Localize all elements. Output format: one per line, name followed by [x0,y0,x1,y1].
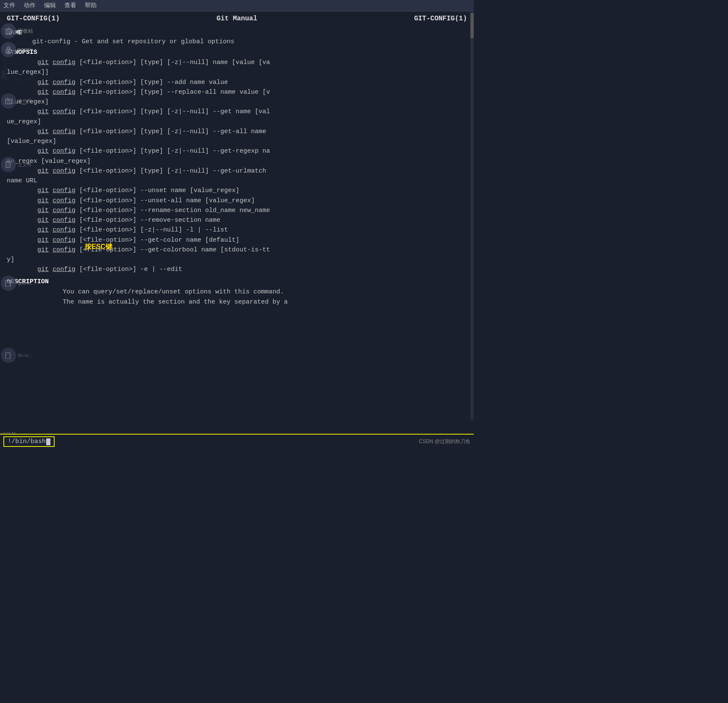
gtfo-item1: gtfo-m... [1,276,35,291]
passwd-label: passw... [18,47,36,53]
menu-file[interactable]: 文件 [3,2,15,9]
menu-help[interactable]: 帮助 [85,2,97,9]
svg-rect-0 [6,29,11,34]
bottom-bar: !/bin/bash [0,434,474,449]
menu-view[interactable]: 查看 [64,2,76,9]
svg-rect-5 [6,99,11,104]
svg-point-4 [8,51,9,52]
side-icon2 [1,348,16,363]
header-left: GIT-CONFIG(1) [7,15,60,22]
menu-action[interactable]: 动作 [24,2,36,9]
menu-edit[interactable]: 编辑 [44,2,56,9]
menu-bar: 文件 动作 编辑 查看 帮助 [0,0,474,11]
cursor [46,438,50,445]
mainfile-icon [1,157,16,172]
mainfile-item: 主文件 [1,157,32,172]
command-input-box[interactable]: !/bin/bash [3,436,55,447]
csdn-watermark: CSDN @过期的秋刀鱼 [419,438,470,445]
esc-hint-label: 按ESC键 [85,243,112,251]
header-center: Git Manual [217,15,257,22]
gtfo-icon1 [1,276,16,291]
man-page-header: GIT-CONFIG(1) Git Manual GIT-CONFIG(1) [0,11,474,26]
synopsis-content: git config [<file-option>] [type] [-z|--… [7,58,467,275]
gtfo-label1: gtfo-m... [18,281,35,286]
svg-rect-11 [6,353,10,359]
filesystem-overlay: 文件系 [1,93,32,109]
command-input-text: !/bin/bash [8,438,46,445]
sidebar-overlay: 回收站 passw... [1,23,36,57]
recycle-bin-icon [1,23,16,39]
svg-rect-10 [6,281,10,287]
recycle-bin-label: 回收站 [18,28,33,35]
name-section-title: NAME [7,29,467,36]
synopsis-section-title: SYNOPSIS [7,49,467,56]
name-section-content: git-config - Get and set repository or g… [7,38,467,45]
passwd-icon [1,42,16,57]
side-label2-overlay: tfo-m... [1,348,32,363]
gtfo-overlay: gtfo-m... [1,276,35,291]
filesystem-icon [1,93,16,109]
description-content: You can query/set/replace/unset options … [7,287,467,307]
filesystem-label: 文件系 [18,98,32,104]
passwd-item: passw... [1,42,36,57]
main-content: NAME git-config - Get and set repository… [0,29,474,307]
mainfile-label: 主文件 [18,162,32,168]
description-section-title: DESCRIPTION [7,278,467,285]
side-label2: tfo-m... [18,353,32,358]
filesystem-item: 文件系 [1,93,32,109]
mainfile-overlay: 主文件 [1,157,32,172]
recycle-bin-item: 回收站 [1,23,36,39]
header-right: GIT-CONFIG(1) [414,15,467,22]
